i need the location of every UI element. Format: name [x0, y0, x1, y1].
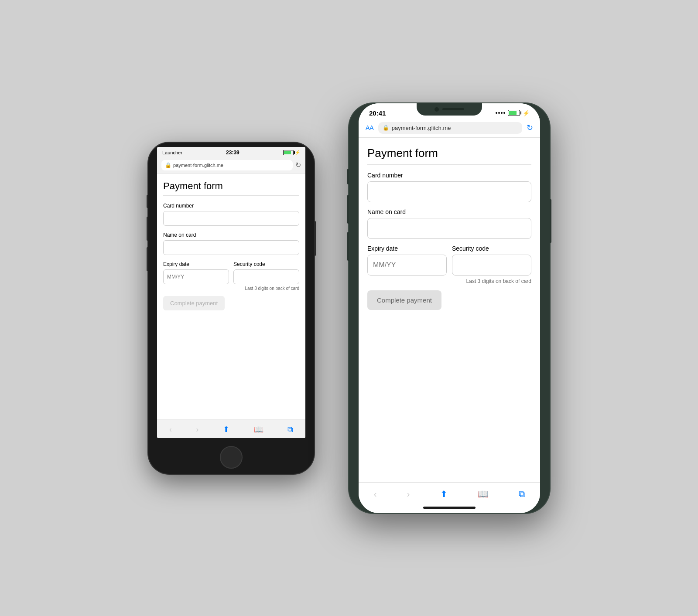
card-number-input-2[interactable] — [367, 181, 531, 202]
expiry-input-2[interactable] — [367, 255, 447, 276]
bookmarks-button-1[interactable]: 📖 — [254, 425, 263, 434]
notch — [417, 103, 482, 116]
back-button-1[interactable]: ‹ — [169, 425, 172, 434]
time-label-1: 23:39 — [226, 150, 240, 156]
battery-fill-1 — [284, 151, 291, 154]
side-button-vol-up — [147, 217, 148, 241]
security-label-2: Security code — [452, 245, 531, 252]
side-button-vol-down — [147, 247, 148, 271]
card-number-input-1[interactable] — [163, 211, 299, 226]
carrier-label: Launcher — [162, 150, 182, 155]
earpiece — [442, 108, 464, 110]
card-number-group-1: Card number — [163, 203, 299, 226]
forward-button-2[interactable]: › — [407, 489, 410, 499]
tabs-button-1[interactable]: ⧉ — [287, 425, 293, 434]
security-input-1[interactable] — [233, 269, 299, 284]
phone-1-screen: Launcher 23:39 ⚡ 🔒 payment-form.glitch.m… — [157, 147, 305, 438]
name-label-2: Name on card — [367, 208, 531, 215]
phone-2-screen: 20:41 ⚡ AA 🔒 payment-form.glitch.me ↻ P — [359, 103, 540, 513]
bottom-nav-2: ‹ › ⬆ 📖 ⧉ — [359, 482, 540, 504]
phone-1: Launcher 23:39 ⚡ 🔒 payment-form.glitch.m… — [148, 143, 314, 474]
expiry-input-1[interactable] — [163, 269, 229, 284]
home-indicator-2 — [423, 507, 476, 509]
front-camera — [435, 107, 439, 112]
name-input-1[interactable] — [163, 240, 299, 255]
aa-button[interactable]: AA — [366, 124, 374, 131]
lock-icon-2: 🔒 — [383, 125, 389, 131]
expiry-col-2: Expiry date — [367, 245, 447, 284]
phone2-side-button-vol-down — [347, 232, 349, 261]
battery-icon-1 — [283, 150, 294, 155]
submit-button-1[interactable]: Complete payment — [163, 296, 225, 310]
expiry-label-2: Expiry date — [367, 245, 447, 252]
card-number-label-1: Card number — [163, 203, 299, 209]
reload-button-1[interactable]: ↻ — [295, 161, 301, 169]
url-bar-2[interactable]: AA 🔒 payment-form.glitch.me ↻ — [359, 119, 540, 138]
url-text-1: payment-form.glitch.me — [173, 163, 223, 168]
phone2-side-button-power — [550, 199, 551, 243]
security-hint-2: Last 3 digits on back of card — [452, 278, 531, 284]
phone2-side-button-vol-up — [347, 195, 349, 224]
battery-icon-2 — [508, 110, 520, 116]
lock-icon-1: 🔒 — [165, 162, 171, 168]
name-group-1: Name on card — [163, 232, 299, 255]
time-label-2: 20:41 — [369, 109, 386, 117]
bottom-nav-1: ‹ › ⬆ 📖 ⧉ — [157, 419, 305, 438]
expiry-security-group-1: Expiry date Security code Last 3 digits … — [163, 261, 299, 291]
bookmarks-button-2[interactable]: 📖 — [478, 489, 489, 499]
tabs-button-2[interactable]: ⧉ — [519, 489, 525, 499]
home-button-1[interactable] — [220, 446, 243, 469]
charging-icon-1: ⚡ — [295, 150, 300, 155]
security-col-2: Security code Last 3 digits on back of c… — [452, 245, 531, 284]
security-hint-1: Last 3 digits on back of card — [233, 286, 299, 291]
browser-content-2: Payment form Card number Name on card Ex… — [359, 138, 540, 482]
status-right-icons: ⚡ — [496, 110, 530, 116]
expiry-security-group-2: Expiry date Security code Last 3 digits … — [367, 245, 531, 284]
card-number-group-2: Card number — [367, 172, 531, 202]
name-input-2[interactable] — [367, 218, 531, 239]
expiry-col-1: Expiry date — [163, 261, 229, 291]
signal-icon-2 — [496, 112, 505, 114]
security-input-2[interactable] — [452, 255, 531, 276]
name-group-2: Name on card — [367, 208, 531, 239]
security-label-1: Security code — [233, 261, 299, 267]
url-bar-1[interactable]: 🔒 payment-form.glitch.me ↻ — [157, 157, 305, 174]
name-label-1: Name on card — [163, 232, 299, 238]
phone2-side-button-mute — [347, 169, 349, 184]
charging-icon-2: ⚡ — [523, 110, 530, 116]
card-number-label-2: Card number — [367, 172, 531, 179]
share-button-2[interactable]: ⬆ — [440, 489, 448, 499]
phone-2: 20:41 ⚡ AA 🔒 payment-form.glitch.me ↻ P — [349, 103, 550, 513]
page-title-2: Payment form — [367, 146, 531, 160]
url-input-2[interactable]: 🔒 payment-form.glitch.me — [378, 122, 522, 134]
url-input-1[interactable]: 🔒 payment-form.glitch.me — [161, 160, 293, 170]
side-button-power — [314, 221, 316, 256]
title-divider-1 — [163, 195, 299, 196]
battery-fill-2 — [509, 111, 517, 115]
reload-button-2[interactable]: ↻ — [527, 123, 533, 133]
battery-indicator-1: ⚡ — [283, 150, 300, 155]
page-title-1: Payment form — [163, 180, 299, 192]
forward-button-1[interactable]: › — [196, 425, 198, 434]
status-bar-1: Launcher 23:39 ⚡ — [157, 147, 305, 157]
browser-content-1: Payment form Card number Name on card Ex… — [157, 174, 305, 419]
url-text-2: payment-form.glitch.me — [392, 125, 451, 131]
title-divider-2 — [367, 164, 531, 165]
share-button-1[interactable]: ⬆ — [223, 425, 229, 434]
side-button-mute — [147, 195, 148, 208]
back-button-2[interactable]: ‹ — [374, 489, 377, 499]
security-col-1: Security code Last 3 digits on back of c… — [233, 261, 299, 291]
submit-button-2[interactable]: Complete payment — [367, 290, 441, 310]
expiry-label-1: Expiry date — [163, 261, 229, 267]
